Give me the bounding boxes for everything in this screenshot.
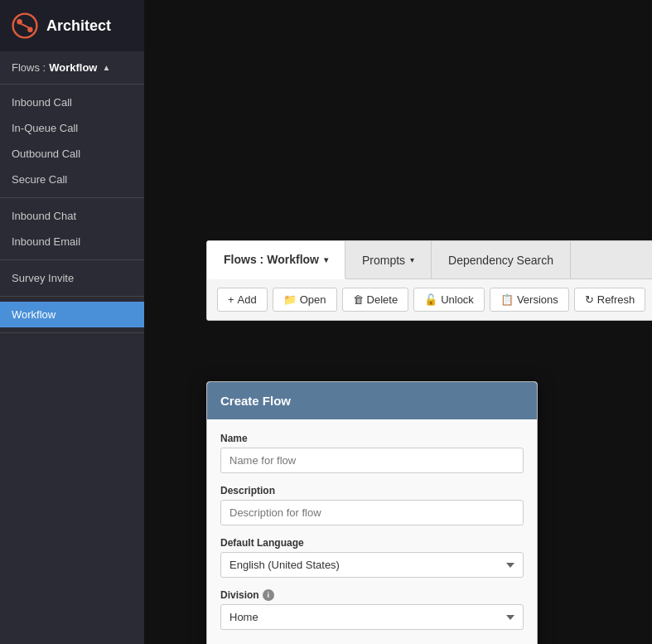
delete-label: Delete xyxy=(367,293,398,306)
sidebar-item-outbound-call[interactable]: Outbound Call xyxy=(0,141,144,167)
refresh-label: Refresh xyxy=(597,293,635,306)
dialog-body: Name Description Default Language Englis… xyxy=(207,419,537,644)
description-field-group: Description xyxy=(220,485,524,525)
unlock-button[interactable]: 🔓 Unlock xyxy=(413,288,485,312)
delete-button[interactable]: 🗑 Delete xyxy=(342,288,409,312)
description-label: Description xyxy=(220,485,524,496)
sidebar-title: Architect xyxy=(46,17,111,35)
tab-dependency-search[interactable]: Dependency Search xyxy=(432,241,571,278)
default-language-select[interactable]: English (United States) Spanish French G… xyxy=(220,552,524,578)
division-select[interactable]: Home Division A Division B xyxy=(220,604,524,630)
architect-logo xyxy=(12,12,38,39)
sidebar-nav-header[interactable]: Flows : Workflow ▲ xyxy=(0,51,144,85)
sidebar-group-workflow: Workflow xyxy=(0,297,144,333)
toolbar-panel: Flows : Workflow ▾ Prompts ▾ Dependency … xyxy=(206,240,652,321)
open-button[interactable]: 📁 Open xyxy=(273,288,337,312)
tab-flows-prefix: Flows : xyxy=(224,253,263,266)
sidebar-item-survey-invite[interactable]: Survey Invite xyxy=(0,265,144,291)
sidebar-nav-chevron: ▲ xyxy=(102,63,110,72)
default-language-field-group: Default Language English (United States)… xyxy=(220,537,524,578)
add-button[interactable]: + Add xyxy=(217,288,268,312)
create-flow-dialog: Create Flow Name Description Default Lan… xyxy=(206,381,538,644)
delete-icon: 🗑 xyxy=(353,293,364,306)
versions-icon: 📋 xyxy=(500,293,514,306)
division-field-group: Division i Home Division A Division B xyxy=(220,589,524,630)
main-area: Flows : Workflow ▾ Prompts ▾ Dependency … xyxy=(144,0,652,644)
dialog-header: Create Flow xyxy=(207,382,537,419)
sidebar-item-secure-call[interactable]: Secure Call xyxy=(0,167,144,192)
name-field-group: Name xyxy=(220,433,524,473)
name-input[interactable] xyxy=(220,448,524,473)
tab-flows-workflow[interactable]: Flows : Workflow ▾ xyxy=(207,241,345,279)
sidebar-group-survey: Survey Invite xyxy=(0,260,144,297)
tab-prompts-chevron: ▾ xyxy=(410,255,414,264)
name-label: Name xyxy=(220,433,524,444)
versions-button[interactable]: 📋 Versions xyxy=(490,288,569,312)
svg-line-3 xyxy=(21,24,29,28)
division-label: Division xyxy=(220,589,259,601)
versions-label: Versions xyxy=(517,293,558,306)
toolbar-tabs: Flows : Workflow ▾ Prompts ▾ Dependency … xyxy=(207,241,652,279)
open-icon: 📁 xyxy=(283,293,297,306)
tab-flows-chevron: ▾ xyxy=(324,255,328,264)
default-language-label: Default Language xyxy=(220,537,524,549)
sidebar-nav-prefix: Flows : xyxy=(12,61,46,74)
tab-flows-bold: Workflow xyxy=(267,253,319,266)
tab-prompts[interactable]: Prompts ▾ xyxy=(345,241,432,278)
tab-dependency-label: Dependency Search xyxy=(448,254,553,267)
sidebar-item-inbound-email[interactable]: Inbound Email xyxy=(0,229,144,254)
open-label: Open xyxy=(300,293,326,306)
sidebar-group-calls: Inbound Call In-Queue Call Outbound Call… xyxy=(0,85,144,198)
sidebar-item-inbound-call[interactable]: Inbound Call xyxy=(0,90,144,115)
add-label: Add xyxy=(238,293,257,306)
unlock-label: Unlock xyxy=(441,293,474,306)
division-info-icon[interactable]: i xyxy=(263,589,274,601)
division-label-row: Division i xyxy=(220,589,524,601)
refresh-icon: ↻ xyxy=(585,293,594,306)
refresh-button[interactable]: ↻ Refresh xyxy=(574,288,646,312)
sidebar-header: Architect xyxy=(0,0,144,51)
sidebar-item-inqueue-call[interactable]: In-Queue Call xyxy=(0,115,144,141)
sidebar-item-workflow[interactable]: Workflow xyxy=(0,302,144,327)
add-icon: + xyxy=(228,293,234,306)
description-input[interactable] xyxy=(220,500,524,525)
sidebar-group-chat: Inbound Chat Inbound Email xyxy=(0,198,144,260)
sidebar-nav-bold: Workflow xyxy=(49,61,97,74)
sidebar-item-inbound-chat[interactable]: Inbound Chat xyxy=(0,203,144,229)
sidebar: Architect Flows : Workflow ▲ Inbound Cal… xyxy=(0,0,144,644)
dialog-title: Create Flow xyxy=(220,394,291,408)
unlock-icon: 🔓 xyxy=(424,293,437,306)
toolbar-actions: + Add 📁 Open 🗑 Delete 🔓 Unlock 📋 Version… xyxy=(207,279,652,320)
tab-prompts-label: Prompts xyxy=(362,254,405,267)
